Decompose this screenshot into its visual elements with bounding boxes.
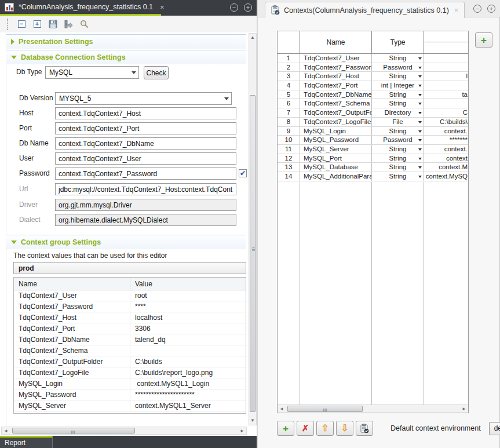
close-icon[interactable]: × bbox=[454, 6, 459, 14]
context-name-cell[interactable]: TdqContext7_Password bbox=[14, 301, 130, 312]
check-button[interactable]: Check bbox=[144, 66, 169, 79]
url-input[interactable] bbox=[55, 183, 236, 195]
type-cell[interactable]: Password bbox=[372, 136, 424, 144]
context-value-cell[interactable]: C:\builds bbox=[130, 356, 246, 367]
table-row[interactable]: 1TdqContext7_UserString bbox=[278, 54, 468, 63]
user-input[interactable] bbox=[55, 152, 236, 165]
maximize-icon[interactable]: + bbox=[244, 3, 252, 12]
context-group-name-bar[interactable]: prod bbox=[13, 262, 246, 274]
table-row[interactable]: 4TdqContext7_Portint | Integer bbox=[278, 81, 468, 90]
type-cell[interactable]: String bbox=[372, 72, 424, 81]
context-name-cell[interactable]: TdqContext7_Host bbox=[14, 312, 130, 323]
db-type-combo[interactable]: MySQL bbox=[45, 66, 139, 79]
password-visible-checkbox[interactable]: ✔ bbox=[239, 169, 247, 177]
name-cell[interactable]: TdqContext7_Schema bbox=[300, 99, 372, 108]
context-value-cell[interactable]: root bbox=[130, 290, 246, 301]
scroll-left-icon[interactable]: ◄ bbox=[2, 428, 9, 434]
column-header-name[interactable]: Name bbox=[300, 31, 372, 53]
context-name-cell[interactable]: MySQL_Login bbox=[14, 378, 130, 389]
table-row[interactable]: TdqContext7_LogoFileC:\builds\report_log… bbox=[14, 367, 246, 378]
chevron-down-icon[interactable] bbox=[418, 94, 422, 96]
toolbar-drag-handle[interactable] bbox=[7, 19, 9, 30]
table-row[interactable]: TdqContext7_DbNametalend_dq bbox=[14, 334, 246, 345]
type-cell[interactable]: Directory bbox=[372, 108, 424, 117]
value-cell[interactable]: l bbox=[424, 72, 468, 81]
context-name-cell[interactable]: TdqContext7_OutputFolder bbox=[14, 356, 130, 367]
table-row[interactable]: 9MySQL_LoginStringcontext. bbox=[278, 127, 468, 136]
tab-contexts[interactable]: Contexts(ColumnAnalysis_frequency_statis… bbox=[265, 2, 465, 18]
context-value-cell[interactable]: talend_dq bbox=[130, 334, 246, 345]
collapse-all-button[interactable]: − bbox=[16, 19, 27, 30]
value-cell[interactable] bbox=[424, 81, 468, 90]
context-name-cell[interactable]: TdqContext7_DbName bbox=[14, 334, 130, 345]
name-cell[interactable]: TdqContext7_Password bbox=[300, 63, 372, 72]
horizontal-scrollbar[interactable]: ◄ ► bbox=[1, 427, 247, 435]
table-row[interactable]: MySQL_Servercontext.MySQL1_Server bbox=[14, 400, 246, 411]
name-cell[interactable]: MySQL_Port bbox=[300, 154, 372, 163]
name-cell[interactable]: MySQL_Password bbox=[300, 136, 372, 144]
scroll-left-icon[interactable]: ◄ bbox=[278, 406, 285, 412]
table-row[interactable]: TdqContext7_Hostlocalhost bbox=[14, 312, 246, 323]
context-name-cell[interactable]: TdqContext7_Port bbox=[14, 323, 130, 334]
chevron-down-icon[interactable] bbox=[418, 57, 422, 60]
port-input[interactable] bbox=[55, 122, 236, 134]
value-cell[interactable] bbox=[424, 54, 468, 63]
context-name-cell[interactable]: MySQL_Server bbox=[14, 400, 130, 411]
tab-column-analysis[interactable]: *ColumnAnalysis_frequency_statistics 0.1… bbox=[0, 0, 170, 14]
tab-report-settings[interactable]: Report Settings bbox=[0, 436, 53, 448]
table-row[interactable]: TdqContext7_Userroot bbox=[14, 290, 246, 301]
table-row[interactable]: 6TdqContext7_SchemaString bbox=[278, 99, 468, 108]
scrollbar-thumb[interactable] bbox=[12, 428, 135, 434]
context-value-cell[interactable]: **** bbox=[130, 301, 246, 312]
context-name-cell[interactable]: TdqContext7_LogoFile bbox=[14, 367, 130, 378]
scrollbar-thumb[interactable] bbox=[250, 95, 256, 412]
value-cell[interactable] bbox=[424, 99, 468, 108]
table-row[interactable]: 12MySQL_PortStringcontext bbox=[278, 154, 468, 163]
copy-from-repository-button[interactable] bbox=[356, 421, 373, 436]
context-value-cell[interactable]: context.MySQL1_Login bbox=[130, 378, 246, 389]
maximize-icon[interactable]: + bbox=[487, 5, 495, 13]
name-cell[interactable]: TdqContext7_DbName bbox=[300, 90, 372, 99]
remove-context-button[interactable]: ✗ bbox=[297, 421, 314, 436]
table-row[interactable]: 7TdqContext7_OutputFolderDirectoryC bbox=[278, 108, 468, 118]
table-row[interactable]: TdqContext7_Password**** bbox=[14, 301, 246, 312]
chevron-down-icon[interactable] bbox=[418, 85, 422, 87]
value-cell[interactable]: C bbox=[424, 108, 468, 117]
type-cell[interactable]: String bbox=[372, 90, 424, 99]
name-cell[interactable]: MySQL_Database bbox=[300, 163, 372, 172]
scroll-down-icon[interactable]: ▼ bbox=[249, 418, 256, 424]
zoom-button[interactable] bbox=[79, 19, 89, 30]
chevron-down-icon[interactable] bbox=[418, 67, 422, 69]
table-row[interactable]: 13MySQL_DatabaseStringcontext.M bbox=[278, 163, 468, 172]
add-context-variable-button[interactable]: + bbox=[475, 32, 492, 48]
value-cell[interactable] bbox=[424, 63, 468, 72]
scroll-up-icon[interactable]: ▲ bbox=[249, 35, 256, 41]
environment-combo[interactable]: dev bbox=[489, 422, 500, 435]
chevron-down-icon[interactable] bbox=[418, 148, 422, 151]
type-cell[interactable]: String bbox=[372, 54, 424, 63]
chevron-down-icon[interactable] bbox=[418, 75, 422, 78]
type-cell[interactable]: String bbox=[372, 172, 424, 181]
column-header-name[interactable]: Name bbox=[14, 278, 130, 290]
name-cell[interactable]: TdqContext7_LogoFile bbox=[300, 118, 372, 126]
section-database-connection-settings[interactable]: Database Connection Settings bbox=[6, 50, 246, 64]
context-name-cell[interactable]: TdqContext7_Schema bbox=[14, 345, 130, 356]
value-cell[interactable]: context.M bbox=[424, 163, 468, 172]
vertical-scrollbar[interactable]: ▲ ▼ bbox=[249, 33, 257, 425]
name-cell[interactable]: TdqContext7_Host bbox=[300, 72, 372, 81]
table-row[interactable]: 14MySQL_AdditionalParamsStringcontext.My… bbox=[278, 172, 468, 181]
db-version-combo[interactable]: MYSQL_5 bbox=[55, 92, 232, 105]
close-icon[interactable]: × bbox=[160, 3, 165, 12]
type-cell[interactable]: String bbox=[372, 145, 424, 154]
context-name-cell[interactable]: MySQL_Password bbox=[14, 389, 130, 400]
type-cell[interactable]: String bbox=[372, 154, 424, 163]
type-cell[interactable]: String bbox=[372, 127, 424, 136]
name-cell[interactable]: TdqContext7_User bbox=[300, 54, 372, 63]
column-header-value-group[interactable] bbox=[424, 31, 468, 53]
chevron-down-icon[interactable] bbox=[418, 158, 422, 160]
name-cell[interactable]: MySQL_Server bbox=[300, 145, 372, 154]
type-cell[interactable]: String bbox=[372, 99, 424, 108]
context-value-cell[interactable] bbox=[130, 345, 246, 356]
table-row[interactable]: 5TdqContext7_DbNameStringta bbox=[278, 90, 468, 100]
chevron-down-icon[interactable] bbox=[418, 121, 422, 123]
